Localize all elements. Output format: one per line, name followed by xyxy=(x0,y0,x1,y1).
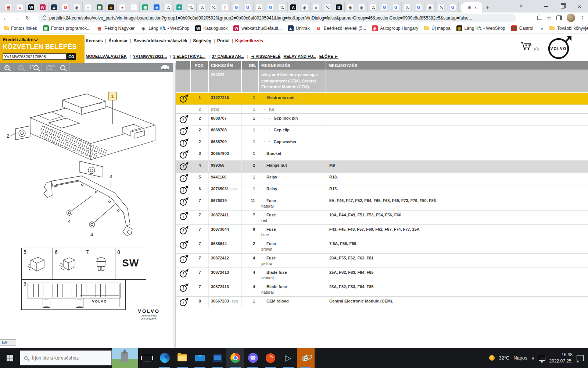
site-nav-link[interactable]: | xyxy=(232,38,233,43)
taskbar-search[interactable] xyxy=(20,350,112,365)
app-edge[interactable] xyxy=(156,348,173,368)
cart-button[interactable]: (0) xyxy=(520,40,539,51)
weather-sun-icon[interactable] xyxy=(489,355,495,361)
zoom-100-button[interactable]: 100% xyxy=(42,63,56,72)
bookmark-item[interactable]: M Beérkező levelek (5... xyxy=(316,25,366,31)
info-cell[interactable] xyxy=(176,210,191,224)
widgets-image[interactable] xyxy=(112,348,138,368)
browser-tab[interactable]: ◉ xyxy=(71,2,83,13)
side-panel-icon[interactable] xyxy=(556,15,562,20)
app-mail[interactable] xyxy=(191,348,209,368)
url-text[interactable]: partslink24.com/volvo/volvo_parts/vin-im… xyxy=(49,15,472,21)
info-link-icon[interactable] xyxy=(180,187,187,194)
site-nav-link[interactable]: | xyxy=(214,38,215,43)
browser-tab[interactable]: ▫ xyxy=(128,2,140,13)
info-cell[interactable] xyxy=(176,196,191,210)
info-link-icon[interactable] xyxy=(180,285,187,292)
browser-tab[interactable]: ¼ xyxy=(322,2,333,13)
breadcrumb-link[interactable]: | xyxy=(208,54,209,59)
bookmark-item[interactable]: Fontos linkek xyxy=(4,26,37,31)
zoom-out-button[interactable]: − xyxy=(14,63,28,72)
table-row[interactable]: 2 8688707 1 · ·Gcp lock pin xyxy=(176,113,588,125)
browser-tab[interactable]: ◉ xyxy=(345,2,356,13)
bookmark-item[interactable]: ▦ Fontos programok... xyxy=(43,25,90,31)
info-cell[interactable] xyxy=(176,125,191,137)
breadcrumb-link[interactable]: RELAY AND FU... xyxy=(283,54,316,59)
info-link-icon[interactable] xyxy=(180,96,187,103)
browser-tab[interactable]: G xyxy=(231,2,242,13)
browser-tab[interactable]: ● xyxy=(117,2,128,13)
site-nav-link[interactable]: Keresés xyxy=(86,38,103,43)
browser-tab[interactable]: ◉ xyxy=(356,2,368,13)
info-cell[interactable] xyxy=(176,225,191,239)
info-cell[interactable] xyxy=(176,137,191,149)
breadcrumb-link[interactable]: | xyxy=(170,54,171,59)
close-button[interactable]: × xyxy=(571,0,588,13)
bookmark-star-icon[interactable]: ☆ xyxy=(547,15,552,21)
vehicle-button[interactable] xyxy=(161,63,169,72)
app-orange[interactable] xyxy=(262,348,279,368)
browser-tab[interactable]: + xyxy=(174,2,185,13)
browser-tab[interactable]: G xyxy=(242,2,254,13)
browser-tab[interactable]: W xyxy=(37,2,49,13)
breadcrumb-link[interactable]: ◄ VISSZAFELÉ xyxy=(251,54,281,59)
breadcrumb-link[interactable]: ELŐRE ► xyxy=(319,54,338,59)
info-cell[interactable] xyxy=(176,268,191,282)
zoom-in-button[interactable]: + xyxy=(0,63,14,72)
info-link-icon[interactable] xyxy=(180,128,187,135)
bookmark-item[interactable]: W webkatt.hu/Default... xyxy=(233,25,282,31)
address-bar[interactable]: partslink24.com/volvo/volvo_parts/vin-im… xyxy=(38,14,516,22)
browser-tab[interactable]: ¼ xyxy=(254,2,265,13)
browser-tab[interactable]: G xyxy=(390,2,402,13)
info-cell[interactable] xyxy=(176,105,191,113)
tray-temperature[interactable]: 32°C xyxy=(499,355,509,361)
info-link-icon[interactable] xyxy=(180,140,187,147)
table-row[interactable]: 6 30765031(5P) 1 Relay R15. xyxy=(176,184,588,196)
browser-tab[interactable]: G xyxy=(265,2,276,13)
browser-tab[interactable]: ¼ xyxy=(162,2,174,13)
info-cell[interactable] xyxy=(176,239,191,253)
task-view-button[interactable] xyxy=(138,348,156,368)
info-cell[interactable] xyxy=(176,161,191,172)
info-link-icon[interactable] xyxy=(180,227,187,234)
breadcrumb-link[interactable]: | xyxy=(247,54,248,59)
table-row[interactable]: 7 30873044 9 Fuse blue F43, F45, F48, F5… xyxy=(176,224,588,239)
bookmark-item[interactable]: W Katalógusok xyxy=(195,25,227,31)
table-row[interactable]: 7 30872411 7 Fuse red 10A, F44 ,F49, F51… xyxy=(176,210,588,224)
browser-tab[interactable]: ¼ xyxy=(276,2,288,13)
go-button[interactable]: GO xyxy=(67,53,76,60)
tray-chevron-icon[interactable]: ∧ xyxy=(531,355,535,361)
info-link-icon[interactable] xyxy=(180,163,187,170)
app-viber[interactable]: ☎ xyxy=(244,348,262,368)
maximize-button[interactable] xyxy=(554,0,571,13)
legend-cell-9[interactable]: 9 VOLVO xyxy=(21,280,126,310)
info-link-icon[interactable] xyxy=(180,175,187,182)
info-link-icon[interactable] xyxy=(180,116,187,123)
browser-tab[interactable]: ¼ xyxy=(402,2,413,13)
info-cell[interactable] xyxy=(176,114,191,125)
info-link-icon[interactable] xyxy=(180,242,187,249)
table-row[interactable]: 7 30872413 4 Blade fuse natural 25A, F82… xyxy=(176,282,588,296)
tab-close-icon[interactable]: × xyxy=(474,5,477,10)
browser-tab[interactable]: M xyxy=(60,2,71,13)
table-row[interactable]: 4 999356 2 Flange nut M8 xyxy=(176,160,588,172)
search-part-button[interactable] xyxy=(56,63,70,72)
browser-tab[interactable]: ☻ xyxy=(311,2,322,13)
breadcrumb-link[interactable]: | xyxy=(130,54,131,59)
network-icon[interactable] xyxy=(539,356,545,361)
info-link-icon[interactable] xyxy=(180,152,187,159)
browser-tab[interactable]: ¼ xyxy=(185,2,197,13)
table-row[interactable]: 2 8688708 1 · ·Gcp clip xyxy=(176,125,588,137)
site-nav-link[interactable]: | xyxy=(105,38,106,43)
browser-tab[interactable]: A xyxy=(288,2,299,13)
browser-tab[interactable]: ≡ xyxy=(83,2,94,13)
back-button[interactable]: ← xyxy=(0,15,11,21)
bookmark-item[interactable]: ◉ Láng Kft. - WebShop xyxy=(140,25,189,31)
info-cell[interactable] xyxy=(176,254,191,268)
browser-tab[interactable]: ¼ xyxy=(208,2,219,13)
info-cell[interactable] xyxy=(176,149,191,160)
browser-tab[interactable]: ◉ xyxy=(424,2,436,13)
site-nav-link[interactable]: Bevásárlókosár-választék xyxy=(133,38,187,43)
minimize-button[interactable] xyxy=(537,0,554,13)
info-cell[interactable] xyxy=(176,93,191,105)
